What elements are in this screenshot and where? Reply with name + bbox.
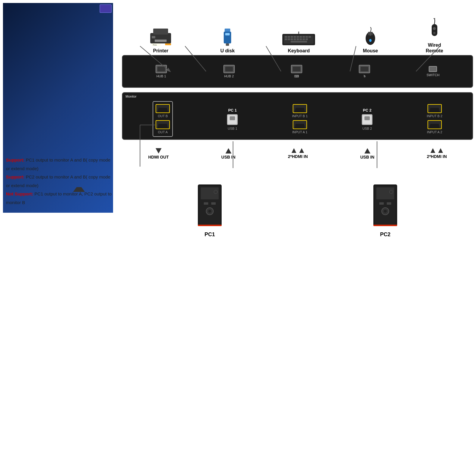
svg-point-38 [433,27,436,30]
support-label-2: Support: [6,174,24,179]
out-b-label: OUT B [158,114,167,118]
mouse-port-label: 🖱 [363,74,366,78]
support-section: Support: PC1 output to monitor A and B( … [6,156,113,207]
svg-point-54 [384,210,387,213]
top-kvm-container: HUB 1 HUB 2 ⌨ 🖱 [122,55,473,93]
keyboard-usb-port [291,65,302,73]
usb2-label: USB 2 [362,127,372,130]
pc1-item: PC1 [195,181,225,238]
top-kvm-box: HUB 1 HUB 2 ⌨ 🖱 [122,55,473,88]
svg-rect-9 [225,33,230,35]
svg-rect-23 [288,38,290,40]
svg-rect-22 [285,38,287,40]
svg-rect-18 [300,36,302,38]
switch-button[interactable] [429,66,437,72]
hdmi-in1-arrows [292,148,304,153]
udisk-icon [222,29,233,46]
output-group: OUT B OUT A [153,101,173,137]
svg-rect-14 [288,36,290,38]
svg-rect-27 [300,38,302,40]
pc1-label: PC1 [204,231,215,238]
support-label-1: Support: [6,157,24,162]
input-a1-port: INPUT A 1 [292,120,307,134]
svg-rect-3 [152,36,155,38]
hub1-label: HUB 1 [156,74,166,78]
svg-rect-16 [294,36,296,38]
input1-group: INPUT B 1 INPUT A 1 [292,104,308,134]
hdmi-in2-arrow: 2*HDMI IN [427,148,447,159]
input-a2-hdmi [428,120,442,129]
bottom-kvm-box: Monitor OUT B OUT A PC 1 [122,92,473,140]
hdmi-out-arrow-icon [156,148,162,154]
bottom-kvm-inner: OUT B OUT A PC 1 USB 1 [126,98,469,140]
svg-rect-55 [379,202,384,205]
svg-rect-19 [303,36,305,38]
svg-rect-56 [387,202,391,205]
printer-label: Printer [153,48,168,54]
input-b2-hdmi [428,104,442,113]
hdmi-in2-arrows [430,148,443,153]
svg-rect-35 [371,32,373,35]
pc1-group: PC 1 USB 1 [227,108,238,130]
input-a2-label: INPUT A 2 [427,130,442,134]
mouse-icon [364,27,376,46]
support-line-2: Support: PC2 output to monitor A and B( … [6,173,113,190]
hub1-port: HUB 1 [156,65,167,78]
keyboard-port-label: ⌨ [294,74,299,78]
svg-rect-25 [294,38,296,40]
switch-label: SWITCH [427,73,439,77]
peripherals-row: Photo Printer U disk [116,0,476,54]
pc2-item: PC2 [370,181,400,238]
pc2-group-label: PC 2 [363,108,372,112]
mouse-label: Mouse [363,48,378,54]
wired-remote-icon [429,18,440,40]
wired-remote-text: WiredRemote [426,43,443,53]
input-a2-port: INPUT A 2 [427,120,442,134]
wired-remote-item: WiredRemote [426,18,443,54]
out-b-hdmi [156,104,170,113]
input-b1-label: INPUT B 1 [292,114,308,118]
usb1-label: USB 1 [228,127,237,130]
svg-rect-57 [373,225,397,226]
bottom-kvm-container: Monitor OUT B OUT A PC 1 [122,92,473,145]
hdmi-in2-arrow-2 [438,148,443,153]
hdmi-in1-arrow-2 [299,148,304,153]
keyboard-port: ⌨ [291,65,302,78]
hdmi-out-arrow: HDMI OUT [148,148,169,159]
arrows-row: HDMI OUT USB IN 2*HDMI IN USB IN 2*HDMI … [122,148,473,159]
out-a-label: OUT A [158,130,168,134]
out-a-hdmi [156,120,170,129]
usb-in2-label: USB IN [360,155,374,159]
top-kvm-port-row: HUB 1 HUB 2 ⌨ 🖱 [127,59,468,84]
input-b1-hdmi [293,104,307,113]
pc-towers-row: PC1 PC2 [122,181,473,238]
svg-rect-24 [291,38,293,40]
pc1-group-label: PC 1 [228,108,237,112]
svg-rect-21 [309,36,311,38]
svg-point-49 [214,190,217,194]
out-b-port: OUT B [156,104,170,118]
svg-rect-46 [204,202,208,205]
hdmi-in1-arrow-1 [292,148,296,153]
svg-rect-30 [291,41,307,43]
svg-rect-7 [225,29,230,32]
keyboard-item: Keyboard [282,32,315,54]
device-area: Photo Printer U disk [116,0,476,476]
input-a1-label: INPUT A 1 [292,130,307,134]
usb-in2-arrow-icon [364,148,370,154]
svg-rect-48 [198,225,222,226]
hub2-label: HUB 2 [224,74,234,78]
svg-rect-37 [432,24,437,36]
support-line-3: Not Support: PC1 output to monitor A, PC… [6,190,113,207]
svg-rect-1 [153,29,168,35]
left-panel: Press keyboard "Windows" + "P" key will … [3,3,113,213]
out-a-port: OUT A [156,120,170,134]
svg-rect-28 [303,38,305,40]
svg-rect-2 [155,40,167,42]
svg-rect-10 [226,43,229,46]
svg-point-40 [433,18,435,19]
svg-rect-20 [306,36,308,38]
mouse-usb-port [359,65,370,73]
hub2-usb-port [223,65,235,73]
switch-port[interactable]: SWITCH [427,66,439,77]
